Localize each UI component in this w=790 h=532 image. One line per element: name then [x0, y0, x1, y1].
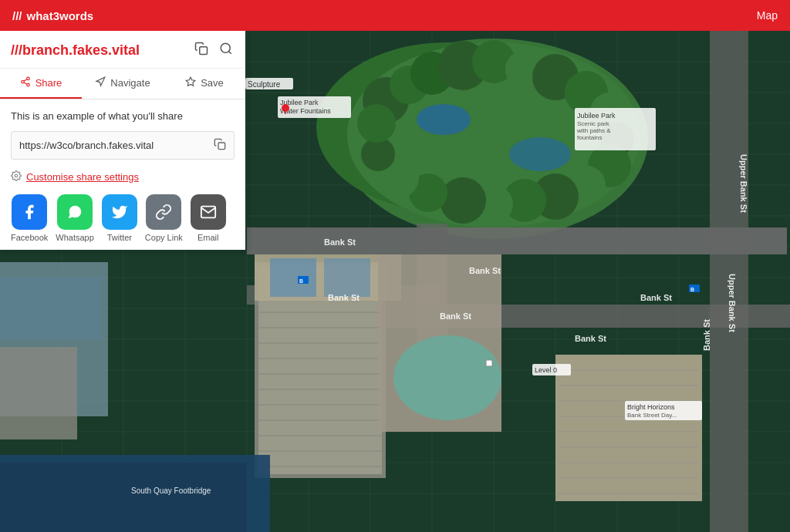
- svg-rect-91: [0, 347, 77, 439]
- svg-text:Bright Horizons: Bright Horizons: [627, 403, 675, 411]
- svg-rect-125: [486, 360, 492, 366]
- url-box: https://w3co/branch.fakes.vital: [11, 131, 235, 160]
- svg-text:Bank St: Bank St: [702, 319, 711, 351]
- facebook-icon: [12, 194, 47, 230]
- customize-row: Customise share settings: [11, 170, 235, 184]
- svg-text:South Quay Footbridge: South Quay Footbridge: [131, 487, 211, 495]
- svg-text:Bank St: Bank St: [575, 334, 606, 343]
- svg-text:Upper Bank St: Upper Bank St: [728, 274, 737, 332]
- panel-content: This is an example of what you'll share …: [0, 99, 245, 250]
- svg-point-52: [509, 137, 571, 171]
- tab-save[interactable]: Save: [164, 69, 245, 99]
- svg-marker-134: [96, 77, 105, 86]
- navbar: /// what3words Map: [0, 0, 790, 31]
- whatsapp-label: Whatsapp: [56, 233, 94, 242]
- tab-share[interactable]: Facebook Share: [0, 69, 82, 99]
- svg-point-50: [357, 104, 396, 143]
- svg-text:with paths &: with paths &: [576, 127, 611, 134]
- copy-address-button[interactable]: [193, 40, 210, 60]
- svg-rect-126: [200, 47, 208, 55]
- svg-rect-79: [555, 355, 702, 501]
- navigate-icon: [95, 76, 106, 89]
- email-label: Email: [198, 233, 219, 242]
- tab-navigate[interactable]: Navigate: [82, 69, 164, 99]
- logo-slashes: ///: [12, 9, 22, 22]
- address-bar: ///branch.fakes.vital: [0, 31, 245, 69]
- svg-rect-75: [270, 258, 316, 297]
- customize-link[interactable]: Customise share settings: [26, 171, 139, 183]
- svg-text:Bank St: Bank St: [640, 293, 672, 302]
- search-button[interactable]: [218, 40, 235, 60]
- whatsapp-share[interactable]: Whatsapp: [56, 194, 94, 242]
- email-icon: [191, 194, 226, 230]
- svg-text:Upper Bank St: Upper Bank St: [739, 154, 748, 213]
- share-buttons: Facebook Whatsapp Twitter: [11, 194, 235, 242]
- svg-line-133: [24, 79, 27, 81]
- logo: /// what3words: [12, 9, 93, 22]
- tabs: Facebook Share Navigate Save: [0, 69, 245, 99]
- twitter-label: Twitter: [107, 233, 132, 242]
- svg-line-128: [228, 51, 231, 53]
- email-share[interactable]: Email: [191, 194, 226, 242]
- address-text: ///branch.fakes.vital: [11, 42, 140, 59]
- map-button[interactable]: Map: [757, 9, 778, 22]
- copylink-share[interactable]: Copy Link: [145, 194, 183, 242]
- logo-name: what3words: [27, 9, 94, 22]
- svg-point-131: [26, 83, 29, 86]
- url-text: https://w3co/branch.fakes.vital: [19, 140, 214, 151]
- copylink-icon: [146, 194, 181, 230]
- copylink-label: Copy Link: [145, 233, 183, 242]
- svg-text:Bank St: Bank St: [324, 237, 356, 247]
- panel: ///branch.fakes.vital: [0, 31, 245, 250]
- svg-point-129: [26, 77, 29, 80]
- svg-text:Bank Street Day...: Bank Street Day...: [627, 412, 677, 419]
- svg-text:B: B: [299, 278, 303, 284]
- save-icon: [185, 76, 196, 89]
- svg-point-108: [282, 104, 289, 112]
- twitter-icon: [102, 194, 137, 230]
- svg-text:Bank St: Bank St: [440, 311, 471, 321]
- svg-marker-135: [186, 77, 195, 86]
- svg-rect-93: [0, 463, 247, 532]
- twitter-share[interactable]: Twitter: [102, 194, 137, 242]
- address-icons: [193, 40, 235, 60]
- svg-text:Level 0: Level 0: [535, 366, 557, 374]
- svg-text:fountains: fountains: [577, 134, 602, 141]
- share-description: This is an example of what you'll share: [11, 110, 235, 122]
- svg-point-130: [21, 80, 24, 83]
- svg-rect-90: [0, 278, 100, 339]
- svg-text:B: B: [690, 287, 694, 292]
- facebook-label: Facebook: [11, 233, 48, 242]
- svg-text:Scenic park: Scenic park: [577, 120, 610, 127]
- copy-url-button[interactable]: [214, 138, 226, 153]
- share-icon: [20, 76, 31, 89]
- facebook-share[interactable]: Facebook: [11, 194, 48, 242]
- gear-icon: [11, 170, 22, 184]
- svg-point-46: [440, 177, 486, 224]
- svg-text:Bank St: Bank St: [328, 293, 360, 302]
- svg-text:Jubilee Park: Jubilee Park: [577, 112, 616, 120]
- svg-text:Sculpture: Sculpture: [248, 80, 281, 89]
- svg-rect-136: [218, 143, 225, 150]
- svg-line-132: [24, 82, 27, 84]
- whatsapp-icon: [57, 194, 93, 230]
- svg-text:Bank St: Bank St: [469, 266, 501, 275]
- svg-point-137: [15, 174, 18, 177]
- svg-point-127: [221, 43, 230, 52]
- svg-point-51: [417, 104, 471, 135]
- svg-rect-76: [324, 258, 370, 297]
- svg-point-78: [393, 335, 501, 420]
